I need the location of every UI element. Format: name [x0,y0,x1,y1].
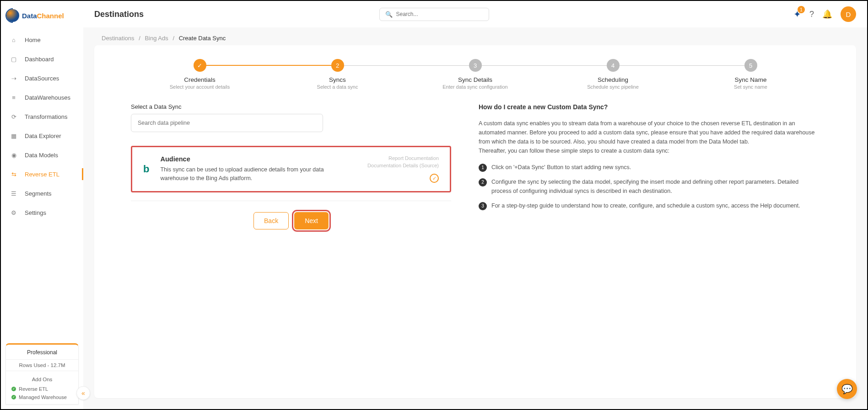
sync-card-audience[interactable]: b Audience This sync can be used to uplo… [131,146,451,192]
bell-icon[interactable]: 🔔 [822,9,832,19]
step-scheduling[interactable]: 4 Scheduling Schedule sync pipeline [544,59,682,90]
step-number-icon: 1 [479,164,487,172]
step-syncs[interactable]: 2 Syncs Select a data sync [269,59,406,90]
logo-icon [6,9,19,22]
sidebar-item-label: Transformations [25,113,67,120]
breadcrumb-link[interactable]: Bing Ads [145,35,168,42]
next-button[interactable]: Next [294,212,329,229]
sidebar-item-reverse-etl[interactable]: ⇆Reverse ETL [1,165,83,184]
sidebar-item-dataexplorer[interactable]: ▦Data Explorer [1,126,83,145]
breadcrumb-link[interactable]: Destinations [102,35,135,42]
step-credentials[interactable]: ✓ Credentials Select your account detail… [131,59,269,90]
step-title: Credentials [131,76,269,83]
help-step: 1Click on '+Data Sync' Button to start a… [479,163,819,172]
sidebar-item-home[interactable]: ⌂Home [1,30,83,49]
search-icon: 🔍 [385,11,393,18]
plan-rows-used: Rows Used - 12.7M [6,359,78,371]
sidebar-collapse-button[interactable]: « [76,386,90,400]
plan-addon: ✓Reverse ETL [6,385,78,393]
step-number: 2 [331,59,344,72]
back-button[interactable]: Back [253,212,289,229]
help-heading: How do I create a new Custom Data Sync? [479,103,819,111]
breadcrumb-current: Create Data Sync [179,35,226,42]
sidebar-item-label: DataSources [25,75,59,82]
check-icon: ✓ [11,395,16,399]
step-title: Sync Details [406,76,544,83]
sidebar-item-datamodels[interactable]: ◉Data Models [1,145,83,165]
sidebar-item-label: Data Explorer [25,133,61,139]
step-subtitle: Enter data sync configuration [406,84,544,90]
breadcrumb: Destinations / Bing Ads / Create Data Sy… [83,27,867,45]
divider [131,201,451,201]
step-title: Scheduling [544,76,682,83]
step-sync-details[interactable]: 3 Sync Details Enter data sync configura… [406,59,544,90]
logo-text: DataChannel [22,12,64,20]
help-step: 2Configure the sync by selecting the dat… [479,177,819,196]
search-pipeline-input[interactable] [131,114,323,132]
sidebar-item-dashboard[interactable]: ▢Dashboard [1,49,83,69]
logo[interactable]: DataChannel [1,1,83,27]
step-number: 5 [744,59,757,72]
step-title: Syncs [269,76,406,83]
chat-icon: 💬 [841,383,853,394]
avatar[interactable]: D [841,6,856,22]
section-label: Select a Data Sync [131,103,451,110]
selected-check-icon: ✓ [430,174,439,183]
segments-icon: ☰ [9,189,18,198]
explorer-icon: ▦ [9,131,18,140]
dashboard-icon: ▢ [9,54,18,64]
sidebar-item-segments[interactable]: ☰Segments [1,184,83,203]
step-subtitle: Set sync name [682,84,819,90]
sidebar-item-label: Data Models [25,152,58,159]
report-doc-link[interactable]: Report Documentation [388,155,439,161]
help-paragraph: A custom data sync enables you to stream… [479,119,819,155]
step-subtitle: Select your account details [131,84,269,90]
transformations-icon: ⟳ [9,112,18,121]
sidebar-item-datasources[interactable]: ⇢DataSources [1,69,83,88]
sidebar-item-label: Segments [25,190,52,197]
plan-card: Professional Rows Used - 12.7M Add Ons ✓… [5,343,79,405]
step-number: ✓ [194,59,206,72]
search-input[interactable] [396,11,483,17]
home-icon: ⌂ [9,35,18,44]
step-number-icon: 3 [479,202,487,210]
sidebar-item-settings[interactable]: ⚙Settings [1,203,83,222]
step-number-icon: 2 [479,178,487,186]
global-search[interactable]: 🔍 [379,8,489,21]
plan-addons-heading: Add Ons [6,374,78,385]
notif-badge: 1 [798,6,805,13]
step-sync-name[interactable]: 5 Sync Name Set sync name [682,59,819,90]
stepper: ✓ Credentials Select your account detail… [131,59,819,90]
doc-details-link[interactable]: Documentation Details (Source) [367,163,439,168]
chat-fab[interactable]: 💬 [837,379,857,399]
sidebar-item-label: Settings [25,209,46,216]
step-subtitle: Schedule sync pipeline [544,84,682,90]
sidebar-item-label: Reverse ETL [25,171,59,178]
sidebar-item-label: Home [25,37,41,43]
gear-icon: ⚙ [9,208,18,217]
step-number: 4 [607,59,620,72]
plan-name: Professional [6,345,78,359]
models-icon: ◉ [9,150,18,160]
sync-description: This sync can be used to upload audience… [160,165,325,183]
step-title: Sync Name [682,76,819,83]
sparkle-icon[interactable]: ✦1 [793,9,801,20]
help-step: 3For a step-by-step guide to understand … [479,201,819,210]
sync-title: Audience [160,155,356,163]
bing-icon special: b [143,163,149,175]
sidebar-item-label: DataWarehouses [25,94,70,101]
datasources-icon: ⇢ [9,74,18,83]
warehouse-icon: ≡ [9,93,18,102]
sidebar-item-datawarehouses[interactable]: ≡DataWarehouses [1,88,83,107]
check-icon: ✓ [11,387,16,391]
sidebar-item-transformations[interactable]: ⟳Transformations [1,107,83,126]
page-title: Destinations [94,10,144,19]
step-number: 3 [469,59,482,72]
sidebar-item-label: Dashboard [25,56,54,63]
reverse-etl-icon: ⇆ [9,170,18,179]
plan-addon: ✓Managed Warehouse [6,393,78,401]
help-icon[interactable]: ? [809,10,814,19]
step-subtitle: Select a data sync [269,84,406,90]
